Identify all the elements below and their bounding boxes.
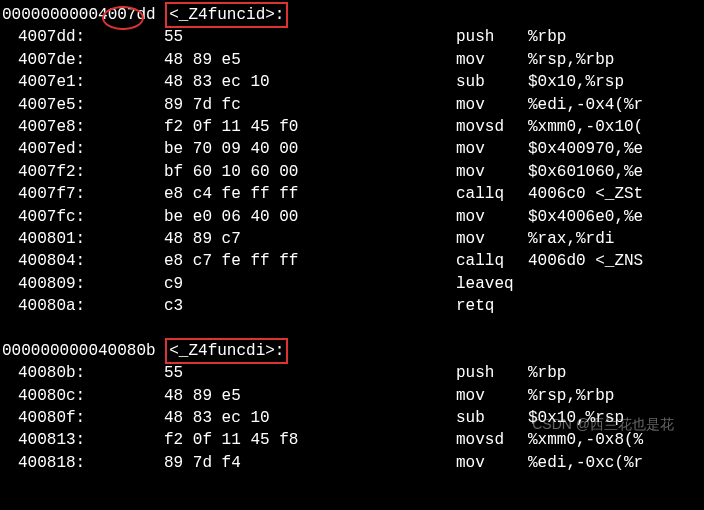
operands: 4006c0 <_ZSt (528, 183, 704, 205)
hex-bytes: bf 60 10 60 00 (108, 161, 456, 183)
hex-bytes: be 70 09 40 00 (108, 138, 456, 160)
operands: $0x400970,%e (528, 138, 704, 160)
mnemonic: push (456, 26, 528, 48)
hex-bytes: 89 7d f4 (108, 452, 456, 474)
operands: %rbp (528, 362, 704, 384)
asm-row: 40080c:48 89 e5mov%rsp,%rbp (0, 385, 704, 407)
hex-bytes: c3 (108, 295, 456, 317)
asm-row: 4007f2:bf 60 10 60 00mov$0x601060,%e (0, 161, 704, 183)
mnemonic: callq (456, 250, 528, 272)
mnemonic: sub (456, 407, 528, 429)
address: 4007ed: (0, 138, 108, 160)
full-address-highlight: 04007dd (88, 4, 155, 26)
asm-row: 4007ed:be 70 09 40 00mov$0x400970,%e (0, 138, 704, 160)
operands: 4006d0 <_ZNS (528, 250, 704, 272)
address: 4007e1: (0, 71, 108, 93)
asm-row: 4007e8:f2 0f 11 45 f0movsd%xmm0,-0x10( (0, 116, 704, 138)
operands: %edi,-0xc(%r (528, 452, 704, 474)
asm-row: 40080f:48 83 ec 10sub$0x10,%rsp (0, 407, 704, 429)
mnemonic: leaveq (456, 273, 528, 295)
operands: %rax,%rdi (528, 228, 704, 250)
operands: %rbp (528, 26, 704, 48)
mnemonic: retq (456, 295, 528, 317)
address: 4007dd: (0, 26, 108, 48)
asm-row: 4007e5:89 7d fcmov%edi,-0x4(%r (0, 94, 704, 116)
full-address-prefix: 000000000 (0, 4, 88, 26)
address: 4007e8: (0, 116, 108, 138)
asm-row: 400818:89 7d f4mov%edi,-0xc(%r (0, 452, 704, 474)
asm-row: 4007f7:e8 c4 fe ff ffcallq4006c0 <_ZSt (0, 183, 704, 205)
address: 4007fc: (0, 206, 108, 228)
address: 400809: (0, 273, 108, 295)
mnemonic: callq (456, 183, 528, 205)
mnemonic: movsd (456, 116, 528, 138)
operands: %rsp,%rbp (528, 385, 704, 407)
asm-row: 400801:48 89 c7mov%rax,%rdi (0, 228, 704, 250)
mnemonic: movsd (456, 429, 528, 451)
address: 40080b: (0, 362, 108, 384)
mnemonic: mov (456, 385, 528, 407)
mnemonic: mov (456, 94, 528, 116)
address: 400804: (0, 250, 108, 272)
address: 4007de: (0, 49, 108, 71)
hex-bytes: 48 89 e5 (108, 49, 456, 71)
hex-bytes: 48 83 ec 10 (108, 71, 456, 93)
hex-bytes: be e0 06 40 00 (108, 206, 456, 228)
address: 4007e5: (0, 94, 108, 116)
hex-bytes: 89 7d fc (108, 94, 456, 116)
mnemonic: mov (456, 228, 528, 250)
operands: %rsp,%rbp (528, 49, 704, 71)
hex-bytes: c9 (108, 273, 456, 295)
operands: $0x601060,%e (528, 161, 704, 183)
function-header-1: 00000000004007dd <_Z4funcid>: (0, 4, 704, 26)
function-header-2: 000000000040080b <_Z4funcdi>: (0, 340, 704, 362)
asm-row: 4007fc:be e0 06 40 00mov$0x4006e0,%e (0, 206, 704, 228)
address: 40080f: (0, 407, 108, 429)
asm-row: 400804:e8 c7 fe ff ffcallq4006d0 <_ZNS (0, 250, 704, 272)
operands: %xmm0,-0x8(% (528, 429, 704, 451)
address: 4007f2: (0, 161, 108, 183)
mnemonic: mov (456, 161, 528, 183)
asm-row: 4007e1:48 83 ec 10sub$0x10,%rsp (0, 71, 704, 93)
hex-bytes: e8 c4 fe ff ff (108, 183, 456, 205)
disassembly-view: 00000000004007dd <_Z4funcid>: 4007dd:55p… (0, 4, 704, 474)
operands: %xmm0,-0x10( (528, 116, 704, 138)
mnemonic: mov (456, 452, 528, 474)
blank-line (0, 317, 704, 339)
address: 400813: (0, 429, 108, 451)
hex-bytes: e8 c7 fe ff ff (108, 250, 456, 272)
address: 40080c: (0, 385, 108, 407)
hex-bytes: f2 0f 11 45 f8 (108, 429, 456, 451)
hex-bytes: 55 (108, 26, 456, 48)
address: 400818: (0, 452, 108, 474)
mnemonic: sub (456, 71, 528, 93)
mnemonic: mov (456, 138, 528, 160)
asm-row: 40080a:c3retq (0, 295, 704, 317)
address: 40080a: (0, 295, 108, 317)
hex-bytes: 55 (108, 362, 456, 384)
hex-bytes: 48 89 c7 (108, 228, 456, 250)
asm-row: 400809:c9leaveq (0, 273, 704, 295)
mnemonic: mov (456, 49, 528, 71)
operands: %edi,-0x4(%r (528, 94, 704, 116)
operands: $0x10,%rsp (528, 71, 704, 93)
hex-bytes: 48 83 ec 10 (108, 407, 456, 429)
symbol-label-box-2: <_Z4funcdi>: (165, 338, 288, 364)
asm-row: 4007dd:55push%rbp (0, 26, 704, 48)
operands: $0x4006e0,%e (528, 206, 704, 228)
address: 400801: (0, 228, 108, 250)
full-address-2: 000000000040080b (0, 340, 156, 362)
asm-row: 40080b:55push%rbp (0, 362, 704, 384)
symbol-label-box-1: <_Z4funcid>: (165, 2, 288, 28)
hex-bytes: f2 0f 11 45 f0 (108, 116, 456, 138)
address: 4007f7: (0, 183, 108, 205)
operands: $0x10,%rsp (528, 407, 704, 429)
asm-row: 400813:f2 0f 11 45 f8movsd%xmm0,-0x8(% (0, 429, 704, 451)
hex-bytes: 48 89 e5 (108, 385, 456, 407)
asm-row: 4007de:48 89 e5mov%rsp,%rbp (0, 49, 704, 71)
mnemonic: mov (456, 206, 528, 228)
mnemonic: push (456, 362, 528, 384)
